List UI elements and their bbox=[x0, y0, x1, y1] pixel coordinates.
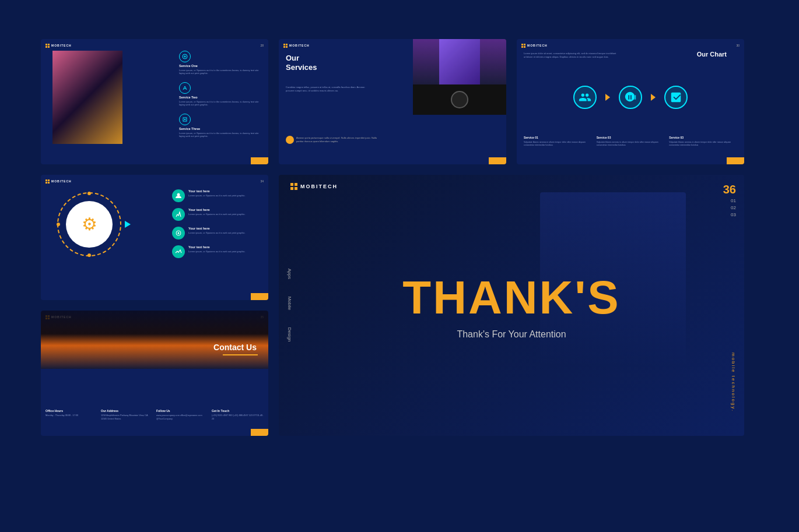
service-title-3: Service Three bbox=[179, 127, 264, 131]
slide6-follow-text: www.yourcompany.com office@myename.com @… bbox=[156, 414, 208, 421]
slide-main-page-nums: 01 02 03 bbox=[731, 198, 736, 217]
presentation-canvas: MOBITECH 28 Service One Lorem ipsum, or … bbox=[29, 27, 770, 505]
svg-point-3 bbox=[177, 193, 180, 196]
slide3-chart-icons bbox=[573, 86, 688, 109]
slide3-svc-text-2: Vulputate blanec aeneas in ulturm tempor… bbox=[597, 141, 665, 147]
thanks-title: THANK'S bbox=[402, 271, 620, 325]
slide6-city-bg bbox=[41, 311, 268, 369]
slide2-quote-row: Aenean porta parturesque nulla ut vempel… bbox=[286, 136, 384, 144]
slide-main-page-01: 01 bbox=[731, 198, 736, 203]
slide4-item-content-1: Your text here Lorem ipsum, or Spuiores … bbox=[188, 189, 246, 197]
slide1-bottom-bar bbox=[251, 157, 268, 164]
slide6-info-address: Our Address 1234 Amphitheatre Parkway Mo… bbox=[101, 409, 153, 421]
slide4-items-list: Your text here Lorem ipsum, or Spuiores … bbox=[172, 189, 262, 264]
slide6-office-label: Office Hours bbox=[45, 409, 97, 413]
slide3-svc-title-3: Service 03 bbox=[669, 136, 737, 139]
chart-icon-1 bbox=[573, 86, 597, 109]
service-icon-1 bbox=[179, 51, 191, 62]
slide4-item-content-4: Your text here Lorem ipsum, or Spuiores … bbox=[188, 245, 246, 253]
slide4-item-icon-3 bbox=[172, 227, 185, 239]
slide4-item-title-4: Your text here bbox=[188, 245, 246, 249]
slide6-info-touch: Get In Touch (+55) 9121-4567 890 (+55) 8… bbox=[212, 409, 264, 421]
slide-main-page-03: 03 bbox=[731, 212, 736, 217]
slide4-item-icon-4 bbox=[172, 245, 185, 258]
slide3-logo-text: MOBITECH bbox=[527, 44, 548, 47]
slide3-subtitle: Lorem ipsum dolor sit amet, consectetur … bbox=[524, 52, 617, 59]
slide2-logo-dots-icon bbox=[283, 44, 288, 48]
slide2-logo-text: MOBITECH bbox=[289, 44, 310, 47]
slide6-follow-label: Follow Us bbox=[156, 409, 208, 413]
slide4-item-text-4: Lorem ipsum, or Spuiores as it is web ou… bbox=[188, 250, 246, 253]
slide1-logo: MOBITECH bbox=[45, 44, 72, 48]
slide2-logo: MOBITECH bbox=[283, 44, 310, 48]
service-text-3: Lorem ipsum, or Spuiores as it is to the… bbox=[179, 132, 264, 138]
slide1-number: 28 bbox=[260, 44, 264, 47]
slide2-quote-text: Aenean porta parturesque nulla ut vempel… bbox=[296, 136, 384, 143]
chart-arrow-2 bbox=[651, 94, 656, 101]
chart-arrow-1 bbox=[605, 94, 610, 101]
side-tab-apps: Apps bbox=[287, 268, 292, 279]
slide4-triangle-right bbox=[125, 221, 131, 228]
slide3-services-row: Service 01 Vulputate blanec aeneas in ul… bbox=[524, 136, 737, 147]
slide4-bottom-bar bbox=[251, 293, 268, 300]
slide3-logo: MOBITECH bbox=[521, 44, 548, 48]
slide4-item-2: Your text here Lorem ipsum, or Spuiores … bbox=[172, 208, 262, 221]
slide4-item-title-1: Your text here bbox=[188, 189, 246, 193]
side-tab-design: Design bbox=[287, 327, 292, 342]
slide6-address-label: Our Address bbox=[101, 409, 153, 413]
slide1-services: Service One Lorem ipsum, or Spuiores as … bbox=[179, 51, 264, 146]
slide-main-side-tabs: Apps Mobile Design bbox=[287, 268, 292, 342]
slide-our-chart: MOBITECH 30 Our Chart Lorem ipsum dolor … bbox=[517, 39, 744, 164]
slide-services-list: MOBITECH 28 Service One Lorem ipsum, or … bbox=[41, 39, 268, 164]
slide3-title: Our Chart bbox=[697, 51, 727, 58]
slide6-info-office: Office Hours Monday - Thursday 08:00 - 1… bbox=[45, 409, 97, 421]
slide-infographic: MOBITECH 34 ⚙ Your text here Lore bbox=[41, 175, 268, 300]
slide4-item-icon-2 bbox=[172, 208, 185, 221]
slide-main-number: 36 bbox=[723, 183, 736, 196]
slide4-logo-dots-icon bbox=[45, 179, 50, 184]
slide3-logo-dots-icon bbox=[521, 44, 525, 48]
slide6-city-photo bbox=[41, 311, 268, 369]
slide-thanks: MOBITECH 36 01 02 03 Apps Mobile Design … bbox=[279, 175, 744, 436]
slide-our-services: MOBITECH 29 OurServices Curabitur magna … bbox=[279, 39, 506, 164]
slide3-svc-1: Service 01 Vulputate blanec aeneas in ul… bbox=[524, 136, 592, 147]
slide6-touch-label: Get In Touch bbox=[212, 409, 264, 413]
service-item-2: Service Two Lorem ipsum, or Spuiores as … bbox=[179, 82, 264, 107]
slide3-svc-title-2: Service 03 bbox=[597, 136, 665, 139]
slide6-info-row: Office Hours Monday - Thursday 08:00 - 1… bbox=[45, 409, 264, 421]
slide-main-page-02: 02 bbox=[731, 205, 736, 210]
service-item-3: Service Three Lorem ipsum, or Spuiores a… bbox=[179, 114, 264, 138]
slide-main-logo: MOBITECH bbox=[290, 183, 338, 190]
service-title-2: Service Two bbox=[179, 96, 264, 99]
logo-dots-icon bbox=[45, 44, 50, 48]
slide4-item-1: Your text here Lorem ipsum, or Spuiores … bbox=[172, 189, 262, 202]
slide4-item-icon-1 bbox=[172, 189, 185, 202]
slide3-bottom-bar bbox=[727, 157, 744, 164]
slide4-inner-circle: ⚙ bbox=[66, 201, 113, 248]
slide4-dot-top bbox=[87, 192, 91, 195]
slide2-bottom-bar bbox=[489, 157, 506, 164]
chart-icon-2 bbox=[619, 86, 642, 109]
slide4-item-4: Your text here Lorem ipsum, or Spuiores … bbox=[172, 245, 262, 258]
slide4-item-content-2: Your text here Lorem ipsum, or Spuiores … bbox=[188, 208, 246, 216]
service-icon-2 bbox=[179, 82, 191, 94]
slide3-svc-title-1: Service 01 bbox=[524, 136, 592, 139]
slide4-item-title-2: Your text here bbox=[188, 208, 246, 212]
slide2-photo bbox=[413, 39, 506, 115]
slide3-svc-text-3: Vulputate blanec aeneas in ulturm tempor… bbox=[669, 141, 737, 147]
slide3-number: 30 bbox=[736, 44, 740, 47]
slide6-address-text: 1234 Amphitheatre Parkway Mountain View,… bbox=[101, 414, 153, 421]
thanks-subtitle: Thank's For Your Attention bbox=[457, 329, 566, 340]
slide4-item-text-1: Lorem ipsum, or Spuiores as it is web ou… bbox=[188, 194, 246, 197]
side-tab-mobile: Mobile bbox=[287, 296, 292, 310]
service-icon-3 bbox=[179, 114, 191, 125]
slide3-svc-text-1: Vulputate blanec aeneas in ulturm tempor… bbox=[524, 141, 592, 147]
slide6-office-text: Monday - Thursday 08:00 - 17:00 bbox=[45, 414, 97, 418]
chart-icon-3 bbox=[664, 86, 688, 109]
slide4-item-3: Your text here Lorem ipsum, or Spuiores … bbox=[172, 227, 262, 239]
slide3-svc-2: Service 03 Vulputate blanec aeneas in ul… bbox=[597, 136, 665, 147]
slide4-item-content-3: Your text here Lorem ipsum, or Spuiores … bbox=[188, 227, 246, 234]
slide6-info-follow: Follow Us www.yourcompany.com office@mye… bbox=[156, 409, 208, 421]
gear-icon: ⚙ bbox=[82, 214, 97, 234]
slide4-logo-text: MOBITECH bbox=[51, 179, 72, 183]
